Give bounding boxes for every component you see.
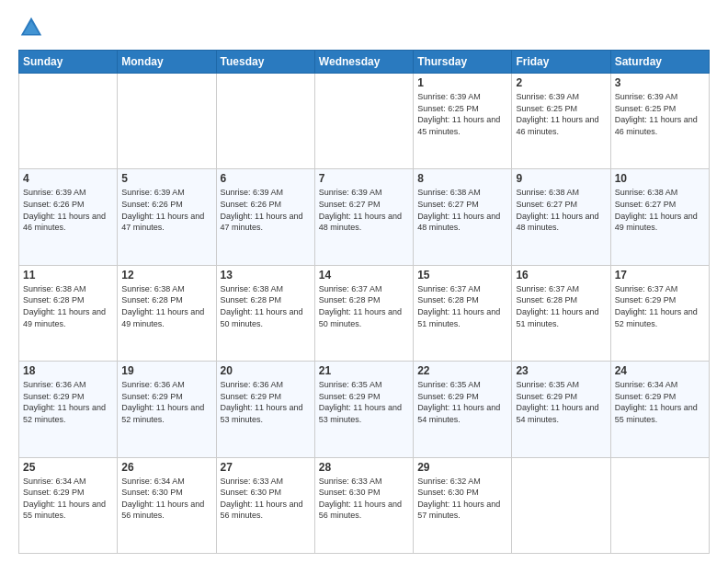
day-number: 5 <box>121 172 211 185</box>
header <box>18 15 710 40</box>
day-info: Sunrise: 6:38 AM Sunset: 6:27 PM Dayligh… <box>516 187 606 233</box>
weekday-header: Friday <box>512 51 610 74</box>
calendar-cell: 27Sunrise: 6:33 AM Sunset: 6:30 PM Dayli… <box>216 457 314 553</box>
calendar-body: 1Sunrise: 6:39 AM Sunset: 6:25 PM Daylig… <box>19 74 710 554</box>
day-info: Sunrise: 6:36 AM Sunset: 6:29 PM Dayligh… <box>121 379 211 425</box>
calendar-table: SundayMondayTuesdayWednesdayThursdayFrid… <box>18 50 710 554</box>
day-info: Sunrise: 6:35 AM Sunset: 6:29 PM Dayligh… <box>319 379 409 425</box>
weekday-header: Thursday <box>414 51 512 74</box>
day-number: 14 <box>319 269 409 282</box>
calendar-cell: 23Sunrise: 6:35 AM Sunset: 6:29 PM Dayli… <box>512 362 610 457</box>
day-info: Sunrise: 6:33 AM Sunset: 6:30 PM Dayligh… <box>221 476 311 522</box>
calendar-cell: 4Sunrise: 6:39 AM Sunset: 6:26 PM Daylig… <box>19 169 118 265</box>
weekday-header-row: SundayMondayTuesdayWednesdayThursdayFrid… <box>19 51 710 74</box>
day-number: 24 <box>615 364 705 377</box>
calendar-week-row: 25Sunrise: 6:34 AM Sunset: 6:29 PM Dayli… <box>19 457 710 553</box>
day-info: Sunrise: 6:39 AM Sunset: 6:26 PM Dayligh… <box>121 187 211 233</box>
day-info: Sunrise: 6:39 AM Sunset: 6:25 PM Dayligh… <box>516 91 606 137</box>
calendar-cell: 10Sunrise: 6:38 AM Sunset: 6:27 PM Dayli… <box>610 169 709 265</box>
day-info: Sunrise: 6:38 AM Sunset: 6:28 PM Dayligh… <box>121 283 211 329</box>
day-number: 27 <box>221 461 311 474</box>
calendar-cell: 19Sunrise: 6:36 AM Sunset: 6:29 PM Dayli… <box>118 362 216 457</box>
day-info: Sunrise: 6:39 AM Sunset: 6:25 PM Dayligh… <box>417 91 507 137</box>
day-info: Sunrise: 6:38 AM Sunset: 6:28 PM Dayligh… <box>23 283 113 329</box>
calendar-cell: 25Sunrise: 6:34 AM Sunset: 6:29 PM Dayli… <box>19 457 118 553</box>
day-number: 15 <box>417 269 507 282</box>
day-number: 23 <box>516 364 606 377</box>
calendar-cell: 20Sunrise: 6:36 AM Sunset: 6:29 PM Dayli… <box>216 362 314 457</box>
weekday-header: Tuesday <box>216 51 314 74</box>
calendar-cell: 2Sunrise: 6:39 AM Sunset: 6:25 PM Daylig… <box>512 74 610 169</box>
day-number: 4 <box>23 172 113 185</box>
calendar-cell: 29Sunrise: 6:32 AM Sunset: 6:30 PM Dayli… <box>414 457 512 553</box>
day-info: Sunrise: 6:34 AM Sunset: 6:29 PM Dayligh… <box>23 476 113 522</box>
day-info: Sunrise: 6:39 AM Sunset: 6:26 PM Dayligh… <box>221 187 311 233</box>
day-number: 25 <box>23 461 113 474</box>
day-number: 2 <box>516 76 606 89</box>
day-info: Sunrise: 6:38 AM Sunset: 6:27 PM Dayligh… <box>615 187 705 233</box>
weekday-header: Saturday <box>610 51 709 74</box>
calendar-cell <box>19 74 118 169</box>
calendar-week-row: 1Sunrise: 6:39 AM Sunset: 6:25 PM Daylig… <box>19 74 710 169</box>
day-info: Sunrise: 6:39 AM Sunset: 6:25 PM Dayligh… <box>615 91 705 137</box>
day-number: 6 <box>221 172 311 185</box>
calendar-cell: 7Sunrise: 6:39 AM Sunset: 6:27 PM Daylig… <box>314 169 413 265</box>
day-info: Sunrise: 6:38 AM Sunset: 6:27 PM Dayligh… <box>417 187 507 233</box>
weekday-header: Wednesday <box>314 51 413 74</box>
day-number: 22 <box>417 364 507 377</box>
day-number: 10 <box>615 172 705 185</box>
calendar-cell: 22Sunrise: 6:35 AM Sunset: 6:29 PM Dayli… <box>414 362 512 457</box>
day-info: Sunrise: 6:32 AM Sunset: 6:30 PM Dayligh… <box>417 476 507 522</box>
calendar-cell <box>512 457 610 553</box>
calendar-cell: 1Sunrise: 6:39 AM Sunset: 6:25 PM Daylig… <box>414 74 512 169</box>
day-info: Sunrise: 6:35 AM Sunset: 6:29 PM Dayligh… <box>516 379 606 425</box>
day-info: Sunrise: 6:37 AM Sunset: 6:28 PM Dayligh… <box>417 283 507 329</box>
calendar-week-row: 11Sunrise: 6:38 AM Sunset: 6:28 PM Dayli… <box>19 265 710 361</box>
calendar-cell: 8Sunrise: 6:38 AM Sunset: 6:27 PM Daylig… <box>414 169 512 265</box>
day-info: Sunrise: 6:34 AM Sunset: 6:30 PM Dayligh… <box>121 476 211 522</box>
day-number: 29 <box>417 461 507 474</box>
calendar-page: SundayMondayTuesdayWednesdayThursdayFrid… <box>0 0 728 563</box>
day-number: 26 <box>121 461 211 474</box>
calendar-cell <box>610 457 709 553</box>
day-number: 21 <box>319 364 409 377</box>
calendar-cell: 13Sunrise: 6:38 AM Sunset: 6:28 PM Dayli… <box>216 265 314 361</box>
day-number: 3 <box>615 76 705 89</box>
day-info: Sunrise: 6:36 AM Sunset: 6:29 PM Dayligh… <box>23 379 113 425</box>
day-number: 8 <box>417 172 507 185</box>
day-number: 17 <box>615 269 705 282</box>
day-number: 19 <box>121 364 211 377</box>
calendar-cell: 12Sunrise: 6:38 AM Sunset: 6:28 PM Dayli… <box>118 265 216 361</box>
calendar-cell: 11Sunrise: 6:38 AM Sunset: 6:28 PM Dayli… <box>19 265 118 361</box>
weekday-header: Monday <box>118 51 216 74</box>
calendar-cell: 6Sunrise: 6:39 AM Sunset: 6:26 PM Daylig… <box>216 169 314 265</box>
day-info: Sunrise: 6:37 AM Sunset: 6:28 PM Dayligh… <box>319 283 409 329</box>
logo-icon <box>18 15 44 40</box>
calendar-cell: 5Sunrise: 6:39 AM Sunset: 6:26 PM Daylig… <box>118 169 216 265</box>
day-info: Sunrise: 6:33 AM Sunset: 6:30 PM Dayligh… <box>319 476 409 522</box>
day-number: 13 <box>221 269 311 282</box>
calendar-cell: 18Sunrise: 6:36 AM Sunset: 6:29 PM Dayli… <box>19 362 118 457</box>
calendar-week-row: 4Sunrise: 6:39 AM Sunset: 6:26 PM Daylig… <box>19 169 710 265</box>
day-info: Sunrise: 6:35 AM Sunset: 6:29 PM Dayligh… <box>417 379 507 425</box>
day-number: 12 <box>121 269 211 282</box>
day-info: Sunrise: 6:36 AM Sunset: 6:29 PM Dayligh… <box>221 379 311 425</box>
calendar-cell: 26Sunrise: 6:34 AM Sunset: 6:30 PM Dayli… <box>118 457 216 553</box>
calendar-cell <box>314 74 413 169</box>
logo <box>18 15 48 40</box>
day-info: Sunrise: 6:38 AM Sunset: 6:28 PM Dayligh… <box>221 283 311 329</box>
calendar-cell: 17Sunrise: 6:37 AM Sunset: 6:29 PM Dayli… <box>610 265 709 361</box>
day-info: Sunrise: 6:39 AM Sunset: 6:27 PM Dayligh… <box>319 187 409 233</box>
weekday-header: Sunday <box>19 51 118 74</box>
day-info: Sunrise: 6:37 AM Sunset: 6:29 PM Dayligh… <box>615 283 705 329</box>
calendar-cell <box>118 74 216 169</box>
day-number: 1 <box>417 76 507 89</box>
day-info: Sunrise: 6:37 AM Sunset: 6:28 PM Dayligh… <box>516 283 606 329</box>
calendar-cell: 28Sunrise: 6:33 AM Sunset: 6:30 PM Dayli… <box>314 457 413 553</box>
day-number: 11 <box>23 269 113 282</box>
calendar-cell: 21Sunrise: 6:35 AM Sunset: 6:29 PM Dayli… <box>314 362 413 457</box>
calendar-cell: 15Sunrise: 6:37 AM Sunset: 6:28 PM Dayli… <box>414 265 512 361</box>
day-number: 7 <box>319 172 409 185</box>
day-number: 16 <box>516 269 606 282</box>
calendar-week-row: 18Sunrise: 6:36 AM Sunset: 6:29 PM Dayli… <box>19 362 710 457</box>
